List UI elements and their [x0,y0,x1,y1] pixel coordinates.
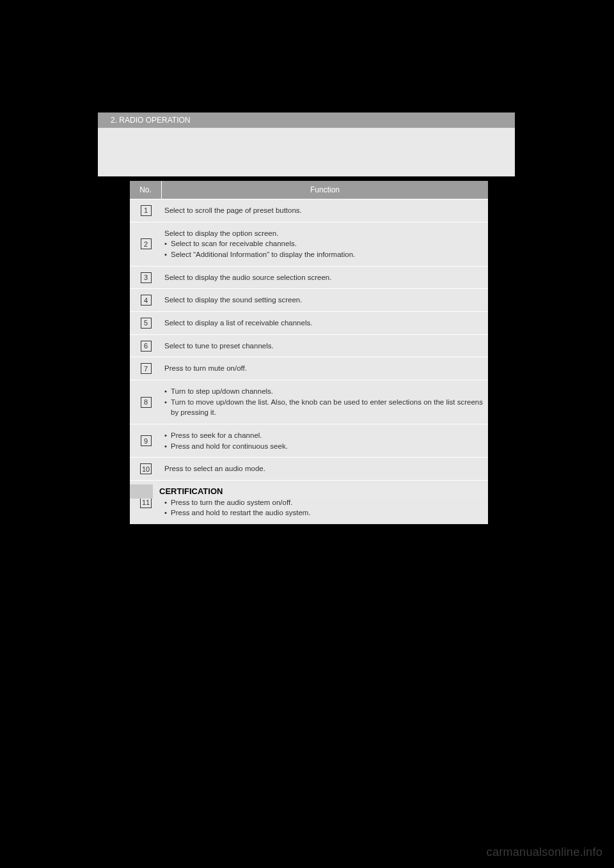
section-header-text: 2. RADIO OPERATION [98,112,515,128]
number-box-icon: 3 [141,272,152,283]
bullet-text: Turn to step up/down channels. [171,386,483,397]
table-cell-function: Select to display the sound setting scre… [162,289,488,311]
bullet-icon: • [164,397,171,418]
number-box-icon: 5 [141,318,152,329]
table-row: 4Select to display the sound setting scr… [130,288,488,311]
function-table: No. Function 1Select to scroll the page … [130,181,488,524]
table-row: 3Select to display the audio source sele… [130,266,488,289]
bullet-text: Press and hold for continuous seek. [171,441,483,452]
table-cell-no: 4 [130,289,162,311]
table-row: 10Press to select an audio mode. [130,457,488,480]
number-box-icon: 11 [140,497,152,508]
table-cell-no: 2 [130,222,162,266]
table-cell-function: •Press to seek for a channel.•Press and … [162,424,488,457]
table-cell-no: 9 [130,424,162,457]
bullet-icon: • [164,249,171,260]
bullet-icon: • [164,386,171,397]
table-cell-no: 10 [130,458,162,480]
bullet-icon: • [164,238,171,249]
bullet-icon: • [164,430,171,441]
bullet-icon: • [164,441,171,452]
bullet-line: •Press to turn the audio system on/off. [164,497,483,508]
table-header-row: No. Function [130,181,488,199]
bullet-line: •Select “Additional Information” to disp… [164,249,483,260]
bullet-line: •Press and hold for continuous seek. [164,441,483,452]
table-body: 1Select to scroll the page of preset but… [130,199,488,524]
bullet-line: •Press and hold to restart the audio sys… [164,508,483,518]
table-row: 1Select to scroll the page of preset but… [130,199,488,222]
bullet-text: Press to turn the audio system on/off. [171,497,483,508]
number-box-icon: 8 [141,397,152,408]
number-box-icon: 1 [141,205,152,216]
certification-label: CERTIFICATION [153,484,488,499]
number-box-icon: 6 [141,341,152,352]
function-text: Select to scroll the page of preset butt… [164,205,483,216]
table-cell-function: Select to tune to preset channels. [162,335,488,357]
table-row: 5Select to display a list of receivable … [130,311,488,334]
table-header-no: No. [130,181,162,199]
bullet-line: •Turn to step up/down channels. [164,386,483,397]
bullet-text: Select to scan for receivable channels. [171,238,483,249]
table-row: 6Select to tune to preset channels. [130,334,488,357]
function-text: Select to display the option screen. [164,228,483,239]
function-text: Select to tune to preset channels. [164,341,483,352]
table-cell-no: 1 [130,199,162,222]
bullet-icon: • [164,497,171,508]
watermark-text: carmanualsonline.info [487,846,602,859]
table-cell-no: 5 [130,312,162,334]
number-box-icon: 10 [140,463,152,474]
table-cell-no: 3 [130,267,162,289]
table-cell-no: 8 [130,380,162,424]
table-cell-no: 7 [130,357,162,380]
table-cell-function: Press to turn mute on/off. [162,357,488,380]
table-row: 7Press to turn mute on/off. [130,357,488,380]
bullet-line: •Turn to move up/down the list. Also, th… [164,397,483,418]
bullet-line: •Select to scan for receivable channels. [164,238,483,249]
function-text: Press to turn mute on/off. [164,363,483,374]
bullet-text: Turn to move up/down the list. Also, the… [171,397,483,418]
table-header-function: Function [162,181,488,199]
table-cell-function: Press to select an audio mode. [162,458,488,480]
function-text: Select to display the sound setting scre… [164,295,483,306]
function-text: Press to select an audio mode. [164,463,483,474]
number-box-icon: 2 [141,238,152,249]
table-row: 9•Press to seek for a channel.•Press and… [130,424,488,457]
number-box-icon: 9 [141,435,152,446]
bullet-text: Press to seek for a channel. [171,430,483,441]
table-row: 2Select to display the option screen.•Se… [130,222,488,266]
table-cell-function: Select to scroll the page of preset butt… [162,199,488,222]
table-cell-function: Select to display the audio source selec… [162,267,488,289]
function-text: Select to display the audio source selec… [164,272,483,283]
table-cell-no: 6 [130,335,162,357]
function-text: Select to display a list of receivable c… [164,318,483,329]
bullet-text: Select “Additional Information” to displ… [171,249,483,260]
bullet-icon: • [164,508,171,518]
certification-bar: CERTIFICATION [130,484,488,499]
table-cell-function: •Turn to step up/down channels.•Turn to … [162,380,488,424]
section-header-band: 2. RADIO OPERATION [98,112,515,128]
table-cell-function: Select to display a list of receivable c… [162,312,488,334]
bullet-text: Press and hold to restart the audio syst… [171,508,483,518]
number-box-icon: 4 [141,295,152,306]
table-row: 8•Turn to step up/down channels.•Turn to… [130,380,488,424]
table-cell-function: Select to display the option screen.•Sel… [162,222,488,266]
certification-tab [130,484,153,499]
number-box-icon: 7 [141,363,152,374]
header-spacer [98,128,515,176]
bullet-line: •Press to seek for a channel. [164,430,483,441]
